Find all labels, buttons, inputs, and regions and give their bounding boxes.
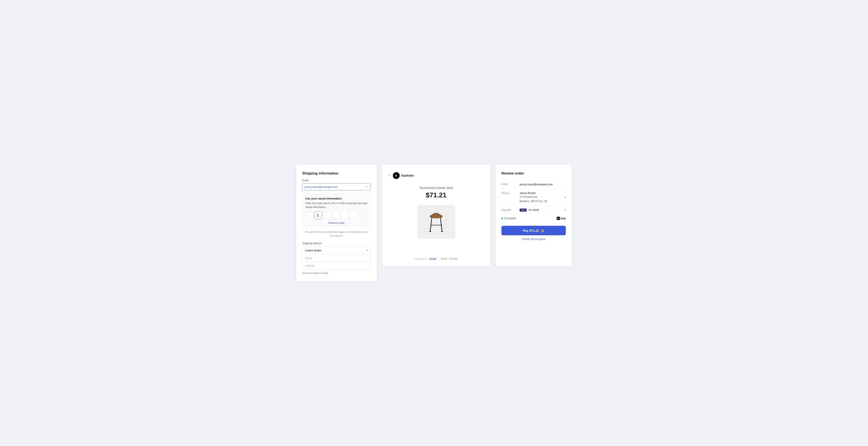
- ship-address-line2: Brothers, OR 97712, US: [520, 199, 547, 203]
- product-name: Touchwood Counter Stool: [419, 186, 453, 190]
- shipping-panel-title: Shipping information: [302, 171, 371, 176]
- privacy-link[interactable]: Privacy: [449, 257, 457, 260]
- code-digit-3[interactable]: [323, 212, 331, 219]
- pay-button[interactable]: Pay $71.21 🔒: [501, 226, 566, 235]
- shipping-address-label: Shipping address: [302, 242, 371, 245]
- merchant-name: Kavholm: [401, 174, 414, 177]
- close-icon[interactable]: ×: [367, 185, 369, 189]
- code-digit-5[interactable]: [341, 212, 349, 219]
- encrypted-label: Encrypted: [504, 217, 516, 220]
- resend-code-link[interactable]: Resend code: [305, 221, 368, 224]
- pay-button-label: Pay $71.21: [523, 229, 539, 232]
- email-input-box[interactable]: jenny.rosen@example.com ×: [302, 183, 371, 190]
- code-digit-2[interactable]: 1: [314, 212, 322, 219]
- review-order-panel: Review order Email jenny.rosen@example.c…: [495, 164, 572, 266]
- visa-badge: VISA: [520, 209, 527, 212]
- card-number: •••• 4242: [528, 209, 539, 212]
- address-field[interactable]: Address: [302, 262, 371, 269]
- encrypted-row: Encrypted ⚡ link: [501, 214, 566, 222]
- encrypted-dot: [501, 218, 503, 219]
- svg-line-2: [430, 217, 432, 231]
- email-row-value: jenny.rosen@example.com: [520, 183, 553, 186]
- chevron-down-icon: ▾: [367, 249, 368, 252]
- verification-code-inputs: • 1: [305, 212, 368, 219]
- saved-info-title: Use your saved information: [305, 197, 368, 200]
- back-button[interactable]: ← K Kavholm: [388, 172, 414, 179]
- guest-checkout-link[interactable]: Check out as guest: [501, 237, 566, 241]
- code-digit-6[interactable]: [350, 212, 358, 219]
- saved-info-section: Use your saved information Enter the cod…: [302, 194, 371, 227]
- chevron-down-pay-icon: ▾: [564, 209, 566, 212]
- code-digit-4[interactable]: [332, 212, 340, 219]
- show-all-fields-link[interactable]: Show all address fields: [302, 272, 371, 275]
- back-arrow-icon: ←: [388, 174, 391, 178]
- shipping-information-panel: Shipping information Email jenny.rosen@e…: [296, 164, 377, 282]
- powered-by-text: Powered by: [415, 257, 427, 260]
- email-label: Email: [302, 179, 371, 182]
- review-order-title: Review order: [501, 171, 566, 176]
- code-digit-1[interactable]: •: [305, 212, 313, 219]
- name-field[interactable]: Name: [302, 254, 371, 262]
- chevron-down-ship-icon: ▾: [564, 196, 566, 199]
- country-select[interactable]: United States ▾: [302, 247, 371, 254]
- email-value: jenny.rosen@example.com: [305, 185, 338, 189]
- product-panel: ← K Kavholm Touchwood Counter Stool $71.…: [382, 164, 490, 266]
- saved-info-description: Enter the code sent to (•••) ••• ••63 to…: [305, 201, 368, 209]
- pay-with-label: Pay with: [501, 209, 516, 212]
- stripe-logo: stripe: [429, 257, 436, 260]
- link-circle-icon: ⚡: [557, 217, 560, 220]
- link-label: link: [561, 217, 566, 220]
- product-price: $71.21: [426, 191, 446, 199]
- ship-name: Jenny Rosen: [520, 191, 547, 195]
- stool-illustration: [426, 208, 447, 236]
- svg-line-3: [440, 217, 442, 231]
- email-row-label: Email: [501, 182, 516, 186]
- auth-notice: You won't need to authenticate again on …: [302, 230, 371, 237]
- footer: Powered by stripe | Terms Privacy: [415, 257, 457, 260]
- email-row: Email jenny.rosen@example.com: [501, 180, 566, 189]
- ship-to-label: Ship to: [501, 191, 516, 195]
- country-value: United States: [305, 249, 321, 252]
- pay-with-row[interactable]: Pay with VISA •••• 4242 ▾: [501, 206, 566, 214]
- merchant-logo: K: [393, 172, 400, 179]
- ship-address-line1: 27 Fredrick Ave: [520, 195, 547, 199]
- product-section: Touchwood Counter Stool $71.21: [417, 173, 455, 252]
- link-badge: ⚡ link: [557, 217, 566, 220]
- ship-to-row[interactable]: Ship to Jenny Rosen 27 Fredrick Ave Brot…: [501, 189, 566, 206]
- lock-icon: 🔒: [541, 229, 545, 232]
- terms-link[interactable]: Terms: [440, 257, 447, 260]
- product-image: [417, 205, 455, 239]
